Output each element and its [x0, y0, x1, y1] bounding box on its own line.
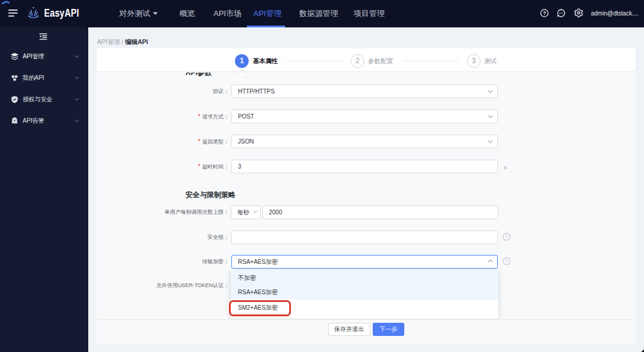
svg-text:?: ?	[543, 10, 546, 16]
svg-text:?: ?	[505, 258, 508, 264]
svg-text:?: ?	[505, 234, 508, 239]
